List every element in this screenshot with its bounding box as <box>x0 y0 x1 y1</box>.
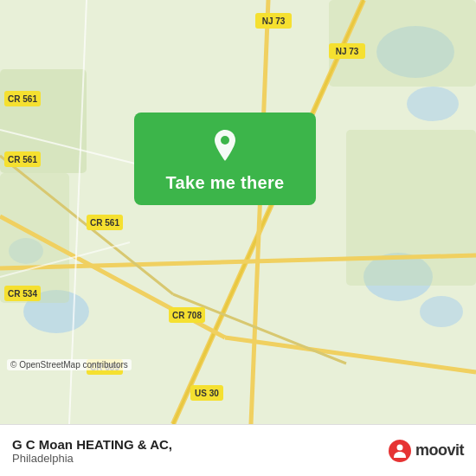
take-me-there-label: Take me there <box>166 173 285 193</box>
svg-rect-9 <box>346 130 476 286</box>
svg-point-42 <box>396 444 402 450</box>
svg-text:CR 561: CR 561 <box>8 155 37 164</box>
svg-text:US 30: US 30 <box>195 389 219 398</box>
footer-info: G C Moan HEATING & AC, Philadelphia <box>12 437 172 465</box>
svg-text:CR 561: CR 561 <box>90 218 119 228</box>
moovit-brand-icon <box>388 439 412 463</box>
city-name: Philadelphia <box>12 452 172 465</box>
take-me-there-button[interactable]: Take me there <box>134 113 316 205</box>
moovit-brand-text: moovit <box>415 441 464 460</box>
svg-point-4 <box>420 296 463 327</box>
svg-point-2 <box>407 87 459 121</box>
svg-rect-10 <box>0 173 69 303</box>
business-name: G C Moan HEATING & AC, <box>12 437 172 452</box>
location-pin-icon <box>206 126 244 164</box>
svg-text:CR 561: CR 561 <box>8 94 37 104</box>
svg-point-40 <box>221 136 229 145</box>
svg-text:CR 534: CR 534 <box>8 289 37 299</box>
map-copyright: © OpenStreetMap contributors <box>7 359 132 370</box>
moovit-logo: moovit <box>388 439 464 463</box>
svg-point-41 <box>389 440 411 462</box>
map-view: NJ 73 NJ 73 CR 561 CR 561 CR 561 CR 534 … <box>0 0 476 424</box>
take-me-there-overlay[interactable]: Take me there <box>134 113 316 205</box>
svg-text:NJ 73: NJ 73 <box>262 16 286 26</box>
footer-bar: G C Moan HEATING & AC, Philadelphia moov… <box>0 424 476 476</box>
svg-text:NJ 73: NJ 73 <box>336 47 359 56</box>
svg-text:CR 708: CR 708 <box>172 311 202 320</box>
